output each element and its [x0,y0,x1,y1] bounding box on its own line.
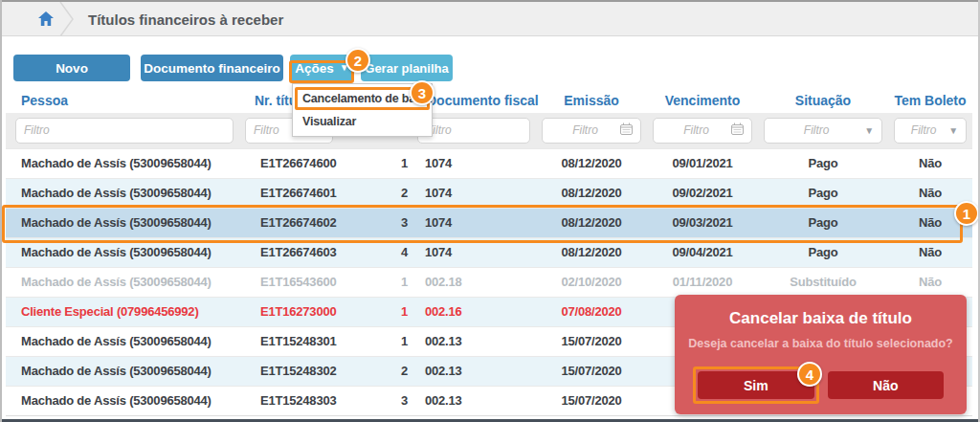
filter-tem-boleto[interactable]: ▼ [894,118,967,144]
table-row[interactable]: Machado de Assís (53009658044) E1T165436… [6,267,972,297]
step-badge-3: 3 [410,80,434,105]
cell-tem-boleto: Não [888,237,972,267]
cell-nr-titulo: E1T26674603 [239,237,339,267]
filter-tem-boleto-input[interactable] [902,123,945,137]
window-border-left [0,0,2,422]
table-row[interactable]: Machado de Assís (53009658044) E1T266746… [6,178,972,208]
step-badge-2: 2 [345,48,370,73]
filter-pessoa-input[interactable] [24,123,225,137]
cell-pessoa: Cliente Especial (07996456992) [6,297,239,326]
cell-pessoa: Machado de Assís (53009658044) [6,178,239,208]
cell-nr-titulo: E1T15248302 [239,356,339,386]
cell-tem-boleto: Não [888,148,972,178]
cell-pessoa: Machado de Assís (53009658044) [6,237,239,267]
filter-pessoa[interactable] [15,118,234,144]
cell-nr-titulo: E1T26674601 [239,178,339,208]
filter-vencimento[interactable] [653,118,752,144]
table-header-row: Pessoa Nr. título Documento fiscal Emiss… [6,88,972,113]
dialog-message: Deseja cancelar a baixa do título seleci… [675,337,967,350]
filter-documento-fiscal-input[interactable] [426,123,522,137]
acoes-button-label: Ações [295,61,334,76]
breadcrumb: Títulos financeiros à receber [2,2,978,36]
documento-financeiro-button[interactable]: Documento financeiro [141,55,283,81]
col-header-emissao: Emissão [536,88,647,113]
cell-pessoa: Machado de Assís (53009658044) [6,208,239,237]
chevron-down-icon: ▼ [945,125,958,136]
calendar-icon[interactable] [620,122,633,138]
cell-parcela: 3 [339,386,412,415]
col-header-tem-boleto: Tem Boleto [888,88,972,113]
cell-emissao: 08/12/2020 [536,208,647,237]
cell-documento-fiscal: 1074 [412,237,536,267]
cell-documento-fiscal: 002.18 [412,267,536,297]
cell-nr-titulo: E1T15248301 [239,326,339,356]
cell-parcela: 2 [339,356,412,386]
cell-nr-titulo: E1T16543600 [239,267,339,297]
filter-situacao-input[interactable] [772,123,860,137]
filter-row: ▼ ▼ [6,113,972,148]
step-badge-4: 4 [797,362,822,387]
cancel-baixa-dialog: Cancelar baixa de título Deseja cancelar… [675,295,967,414]
cell-parcela: 4 [339,237,412,267]
cell-situacao: Substituído [758,267,888,297]
filter-documento-fiscal[interactable] [417,118,530,144]
cell-situacao: Pago [758,178,888,208]
window-border-top [0,0,980,2]
cell-nr-titulo: E1T26674602 [239,208,339,237]
cell-pessoa: Machado de Assís (53009658044) [6,326,239,356]
cell-documento-fiscal: 1074 [412,208,536,237]
menu-item-visualizar[interactable]: Visualizar [293,110,432,133]
cell-situacao: Pago [758,208,888,237]
cell-vencimento: 01/11/2020 [647,267,758,297]
cell-parcela: 2 [339,178,412,208]
cell-emissao: 02/10/2020 [536,267,647,297]
cell-vencimento: 09/04/2021 [647,237,758,267]
step-badge-1: 1 [954,201,979,226]
app-window: Títulos financeiros à receber Novo Docum… [0,0,980,422]
calendar-icon[interactable] [731,122,744,138]
novo-button[interactable]: Novo [13,55,130,81]
cell-vencimento: 09/01/2021 [647,148,758,178]
cell-parcela: 1 [339,267,412,297]
nao-button[interactable]: Não [828,371,945,399]
filter-emissao[interactable] [542,118,641,144]
cell-documento-fiscal: 002.16 [412,297,536,326]
cell-vencimento: 09/02/2021 [647,178,758,208]
cell-emissao: 08/12/2020 [536,148,647,178]
col-header-pessoa: Pessoa [6,88,239,113]
cell-emissao: 15/07/2020 [536,386,647,415]
cell-emissao: 15/07/2020 [536,326,647,356]
cell-documento-fiscal: 002.13 [412,326,536,356]
cell-nr-titulo: E1T26674600 [239,148,339,178]
cell-documento-fiscal: 002.13 [412,386,536,415]
cell-pessoa: Machado de Assís (53009658044) [6,148,239,178]
cell-documento-fiscal: 002.13 [412,356,536,386]
cell-documento-fiscal: 1074 [412,148,536,178]
cell-nr-titulo: E1T16273000 [239,297,339,326]
col-header-vencimento: Vencimento [647,88,758,113]
filter-situacao[interactable]: ▼ [764,118,882,144]
table-row[interactable]: Machado de Assís (53009658044) E1T266746… [6,237,972,267]
cell-vencimento: 09/03/2021 [647,208,758,237]
gerar-planilha-button[interactable]: Gerar planilha [361,55,453,81]
filter-emissao-input[interactable] [550,123,620,137]
cell-parcela: 1 [339,326,412,356]
chevron-down-icon: ▼ [860,125,874,136]
acoes-button[interactable]: Ações ▼ [290,55,354,81]
page-title: Títulos financeiros à receber [88,11,283,28]
cell-parcela: 1 [339,297,412,326]
filter-vencimento-input[interactable] [661,123,731,137]
cell-pessoa: Machado de Assís (53009658044) [6,386,239,415]
dialog-title: Cancelar baixa de título [675,309,967,328]
cell-situacao: Pago [758,237,888,267]
cell-pessoa: Machado de Assís (53009658044) [6,356,239,386]
table-row[interactable]: Machado de Assís (53009658044) E1T266746… [6,148,972,178]
cell-parcela: 1 [339,148,412,178]
table-row-selected[interactable]: Machado de Assís (53009658044) E1T266746… [6,208,972,237]
cell-documento-fiscal: 1074 [412,178,536,208]
home-icon[interactable] [38,11,54,30]
cell-emissao: 08/12/2020 [536,237,647,267]
breadcrumb-chevron-icon [59,2,75,40]
cell-tem-boleto: Não [888,267,972,297]
cell-situacao: Pago [758,148,888,178]
